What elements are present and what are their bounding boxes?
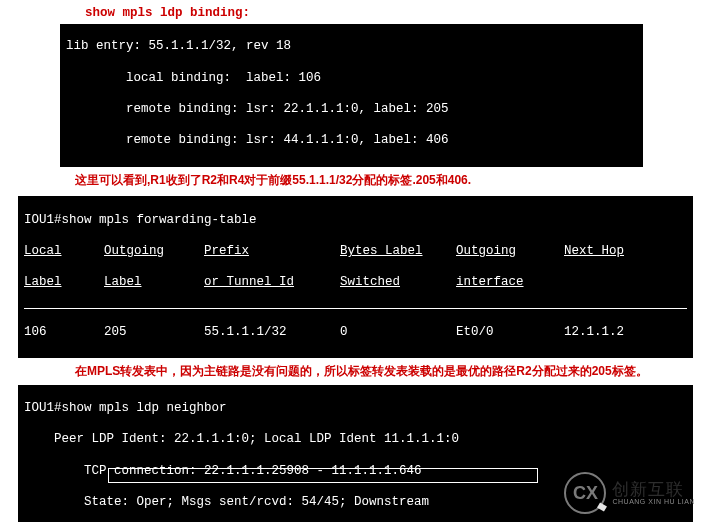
annotation-2: 在MPLS转发表中，因为主链路是没有问题的，所以标签转发表装载的是最优的路径R2… [75,364,703,379]
term-line: remote binding: lsr: 44.1.1.1:0, label: … [66,133,637,149]
term-line: remote binding: lsr: 22.1.1.1:0, label: … [66,102,637,118]
hdr-tunnel: or Tunnel Id [204,275,340,291]
terminal-output-forwarding: IOU1#show mpls forwarding-table Local Ou… [18,196,693,357]
cell-bytes: 0 [340,325,456,341]
hdr-label: Label [24,275,104,291]
command-title-binding: show mpls ldp binding: [85,6,703,22]
table-row: 106 205 55.1.1.1/32 0 Et0/0 12.1.1.2 [24,325,687,341]
hdr-nexthop: Next Hop [564,244,656,260]
cell-local: 106 [24,325,104,341]
term-line: lib entry: 55.1.1.1/32, rev 18 [66,39,637,55]
hdr-switched: Switched [340,275,456,291]
table-header-row2: Label Label or Tunnel Id Switched interf… [24,275,687,291]
hdr-blank [564,275,656,291]
watermark-cn: 创新互联 [612,481,695,498]
annotation-1: 这里可以看到,R1收到了R2和R4对于前缀55.1.1.1/32分配的标签.20… [75,173,703,188]
watermark: CX 创新互联 CHUANG XIN HU LIAN [564,472,695,514]
divider [24,308,687,309]
cell-interface: Et0/0 [456,325,564,341]
hdr-outgoing: Outgoing [104,244,204,260]
cell-nexthop: 12.1.1.2 [564,325,656,341]
cell-prefix: 55.1.1.1/32 [204,325,340,341]
cell-outgoing: 205 [104,325,204,341]
term-prompt: IOU1#show mpls ldp neighbor [24,401,687,417]
term-line: local binding: label: 106 [66,71,637,87]
term-line: Peer LDP Ident: 22.1.1.1:0; Local LDP Id… [24,432,687,448]
hdr-out-if: Outgoing [456,244,564,260]
hdr-bytes: Bytes Label [340,244,456,260]
watermark-en: CHUANG XIN HU LIAN [612,498,695,505]
terminal-output-binding: lib entry: 55.1.1.1/32, rev 18 local bin… [60,24,643,168]
hdr-interface: interface [456,275,564,291]
watermark-logo-icon: CX [564,472,606,514]
hdr-label2: Label [104,275,204,291]
watermark-logo-text: CX [573,482,598,505]
table-header-row: Local Outgoing Prefix Bytes Label Outgoi… [24,244,687,260]
hdr-prefix: Prefix [204,244,340,260]
hdr-local: Local [24,244,104,260]
term-prompt: IOU1#show mpls forwarding-table [24,213,687,229]
